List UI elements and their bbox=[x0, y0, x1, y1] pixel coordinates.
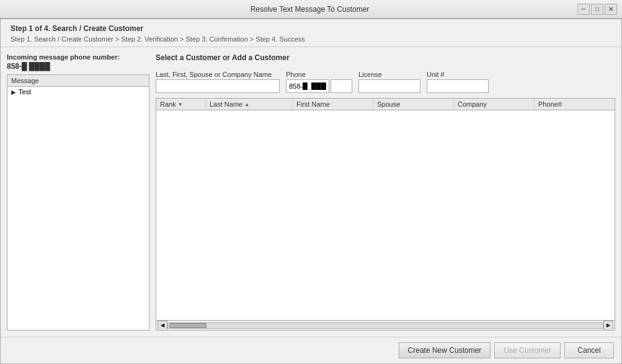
horizontal-scrollbar[interactable]: ◀ ▶ bbox=[156, 320, 615, 330]
col-rank-label: Rank bbox=[160, 100, 176, 108]
message-table: Message ▶ Test bbox=[7, 74, 149, 331]
license-input[interactable] bbox=[358, 79, 420, 93]
col-firstname-label: First Name bbox=[296, 100, 330, 108]
col-phone-label: Phone# bbox=[538, 100, 562, 108]
create-new-customer-button[interactable]: Create New Customer bbox=[399, 342, 491, 358]
message-row[interactable]: ▶ Test bbox=[7, 87, 149, 97]
unit-input[interactable] bbox=[427, 79, 489, 93]
license-label: License bbox=[358, 71, 420, 78]
scrollbar-thumb[interactable] bbox=[169, 323, 207, 328]
left-panel: Incoming message phone number: 858-█ ███… bbox=[7, 53, 149, 331]
row-expand-icon: ▶ bbox=[11, 89, 16, 95]
window-content: Step 1 of 4. Search / Create Customer St… bbox=[0, 19, 622, 364]
col-header-rank[interactable]: Rank ▼ bbox=[156, 99, 206, 110]
breadcrumb-step4: Step 4. Success bbox=[255, 35, 305, 43]
right-panel: Select a Customer or Add a Customer Last… bbox=[156, 53, 615, 331]
phone-input[interactable] bbox=[286, 79, 329, 93]
results-body bbox=[156, 110, 615, 320]
rank-sort-icon: ▼ bbox=[178, 102, 183, 107]
scroll-right-button[interactable]: ▶ bbox=[603, 321, 613, 331]
col-header-company[interactable]: Company bbox=[454, 99, 535, 110]
breadcrumb-sep1: > bbox=[113, 35, 122, 43]
results-header: Rank ▼ Last Name ▲ First Name Spouse Com bbox=[156, 99, 615, 110]
col-header-spouse[interactable]: Spouse bbox=[373, 99, 454, 110]
footer: Create New Customer Use Customer Cancel bbox=[1, 337, 621, 363]
col-header-phone[interactable]: Phone# bbox=[535, 99, 615, 110]
title-bar: Resolve Text Message To Customer ─ □ ✕ bbox=[0, 0, 622, 19]
cancel-button[interactable]: Cancel bbox=[564, 342, 614, 358]
name-label: Last, First, Spouse or Company Name bbox=[156, 71, 280, 78]
maximize-button[interactable]: □ bbox=[591, 4, 603, 15]
form-row: Last, First, Spouse or Company Name Phon… bbox=[156, 71, 615, 93]
phone-field-label: Phone bbox=[286, 71, 352, 78]
main-area: Incoming message phone number: 858-█ ███… bbox=[1, 47, 621, 337]
breadcrumb-sep3: > bbox=[248, 35, 256, 43]
message-text: Test bbox=[19, 88, 31, 95]
phone-group bbox=[286, 79, 352, 93]
window-controls: ─ □ ✕ bbox=[577, 4, 617, 15]
unit-field: Unit # bbox=[427, 71, 489, 93]
window-title: Resolve Text Message To Customer bbox=[42, 5, 577, 14]
col-lastname-label: Last Name bbox=[210, 100, 242, 108]
col-company-label: Company bbox=[458, 100, 487, 108]
breadcrumb-sep2: > bbox=[178, 35, 186, 43]
breadcrumb: Step 1. Search / Create Customer > Step … bbox=[11, 35, 611, 43]
step-title: Step 1 of 4. Search / Create Customer bbox=[11, 24, 611, 33]
col-header-lastname[interactable]: Last Name ▲ bbox=[206, 99, 293, 110]
lastname-sort-icon: ▲ bbox=[244, 102, 249, 107]
scroll-left-button[interactable]: ◀ bbox=[158, 321, 167, 331]
use-customer-button[interactable]: Use Customer bbox=[494, 342, 561, 358]
phone-field: Phone bbox=[286, 71, 352, 93]
breadcrumb-step1: Step 1. Search / Create Customer bbox=[11, 35, 113, 43]
breadcrumb-step2: Step 2. Verification bbox=[121, 35, 178, 43]
col-spouse-label: Spouse bbox=[377, 100, 400, 108]
close-button[interactable]: ✕ bbox=[605, 4, 617, 15]
phone-info: Incoming message phone number: 858-█ ███… bbox=[7, 53, 149, 71]
scrollbar-track[interactable] bbox=[167, 322, 603, 329]
col-header-firstname[interactable]: First Name bbox=[293, 99, 373, 110]
name-input[interactable] bbox=[156, 79, 280, 93]
search-form: Last, First, Spouse or Company Name Phon… bbox=[156, 71, 615, 93]
section-title: Select a Customer or Add a Customer bbox=[156, 53, 615, 62]
phone-label: Incoming message phone number: bbox=[7, 53, 149, 61]
name-field: Last, First, Spouse or Company Name bbox=[156, 71, 280, 93]
message-table-header: Message bbox=[7, 75, 149, 87]
minimize-button[interactable]: ─ bbox=[577, 4, 590, 15]
license-field: License bbox=[358, 71, 420, 93]
phone-ext-input[interactable] bbox=[331, 79, 352, 93]
phone-number: 858-█ ████ bbox=[7, 62, 149, 71]
results-container: Rank ▼ Last Name ▲ First Name Spouse Com bbox=[156, 98, 615, 331]
step-header: Step 1 of 4. Search / Create Customer St… bbox=[1, 19, 621, 47]
breadcrumb-step3: Step 3. Confirmation bbox=[186, 35, 248, 43]
unit-label: Unit # bbox=[427, 71, 489, 78]
